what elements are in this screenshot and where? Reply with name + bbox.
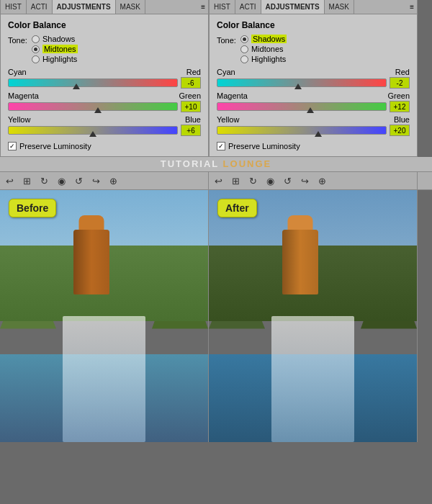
right-slider-yellow-blue: Yellow Blue +20: [217, 115, 410, 136]
left-slider-magenta-green-value: +10: [181, 101, 201, 112]
right-tool-undo[interactable]: ↩: [212, 174, 225, 187]
right-preserve-checkbox[interactable]: ✓: [217, 142, 225, 150]
right-tab-acti[interactable]: ACTI: [235, 0, 261, 14]
right-tab-adjustments[interactable]: ADJUSTMENTS: [261, 0, 325, 14]
right-radio-highlights[interactable]: Highlights: [240, 55, 287, 63]
left-panel-menu[interactable]: ≡: [198, 1, 208, 12]
right-cyan-label: Cyan: [217, 68, 235, 76]
right-tool-refresh[interactable]: ↺: [281, 174, 294, 187]
right-radio-midtones[interactable]: Midtones: [240, 45, 287, 53]
right-radio-highlights-btn[interactable]: [240, 55, 248, 63]
left-slider-magenta-green-track[interactable]: [8, 102, 178, 111]
left-radio-highlights-btn[interactable]: [32, 55, 40, 63]
left-tone-label: Tone:: [8, 35, 27, 45]
before-image-panel: Before: [0, 190, 209, 442]
right-slider-yellow-blue-labels: Yellow Blue: [217, 115, 410, 124]
left-tab-adjustments[interactable]: ADJUSTMENTS: [53, 0, 116, 14]
left-tone-options: Shadows Midtones Highlights: [32, 35, 78, 63]
right-radio-shadows[interactable]: Shadows: [240, 35, 287, 43]
right-slider-magenta-green-track-row: +12: [217, 101, 410, 112]
right-panel-menu[interactable]: ≡: [407, 1, 417, 12]
left-slider-magenta-green-thumb[interactable]: [94, 107, 102, 113]
right-slider-yellow-blue-thumb[interactable]: [315, 131, 322, 137]
left-slider-cyan-red-track[interactable]: [8, 78, 178, 87]
left-shadows-label: Shadows: [42, 35, 75, 43]
right-slider-cyan-red-track-row: -2: [217, 77, 410, 89]
left-radio-midtones-btn[interactable]: [32, 45, 40, 53]
images-row: Before After: [0, 190, 432, 504]
left-slider-magenta-green-track-row: +10: [8, 101, 201, 112]
left-yellow-label: Yellow: [8, 115, 30, 124]
left-tool-rotate[interactable]: ↻: [37, 174, 50, 187]
left-toolbar: ↩ ⊞ ↻ ◉ ↺ ↪ ⊕: [0, 172, 209, 189]
right-magenta-label: Magenta: [217, 91, 248, 100]
after-rock-shadow: [282, 230, 318, 294]
left-radio-shadows-btn[interactable]: [32, 35, 40, 43]
left-slider-cyan-red-value: -6: [181, 77, 201, 89]
right-toolbar: ↩ ⊞ ↻ ◉ ↺ ↪ ⊕: [209, 172, 418, 189]
right-tone-row: Tone: Shadows Midtones Highlights: [217, 35, 410, 63]
left-tab-hist[interactable]: HIST: [1, 0, 27, 14]
after-rock-formation: [279, 215, 322, 294]
right-radio-midtones-btn[interactable]: [240, 45, 248, 53]
left-slider-cyan-red-thumb[interactable]: [73, 84, 80, 89]
left-tool-grid[interactable]: ⊞: [20, 174, 33, 187]
right-tool-rotate[interactable]: ↻: [246, 174, 259, 187]
left-tool-undo[interactable]: ↩: [3, 174, 16, 187]
left-radio-shadows[interactable]: Shadows: [32, 35, 78, 43]
right-tab-mask[interactable]: MASK: [325, 0, 354, 14]
right-slider-yellow-blue-track[interactable]: [217, 126, 387, 135]
left-tool-eye[interactable]: ◉: [55, 174, 68, 187]
after-label: After: [217, 199, 257, 217]
right-slider-yellow-blue-value: +20: [390, 125, 410, 136]
left-slider-yellow-blue-thumb[interactable]: [89, 131, 96, 137]
right-tool-grid[interactable]: ⊞: [229, 174, 242, 187]
right-slider-magenta-green-track[interactable]: [217, 102, 387, 111]
right-tool-eye[interactable]: ◉: [264, 174, 276, 187]
after-image-panel: After: [209, 190, 418, 442]
left-magenta-label: Magenta: [8, 91, 39, 100]
right-midtones-label: Midtones: [251, 45, 284, 53]
left-tool-redo[interactable]: ↪: [89, 174, 102, 187]
left-slider-cyan-red-labels: Cyan Red: [8, 68, 201, 76]
left-slider-yellow-blue-labels: Yellow Blue: [8, 115, 201, 124]
left-highlights-label: Highlights: [42, 55, 77, 63]
before-waterfall: [63, 316, 146, 442]
left-cyan-label: Cyan: [8, 68, 27, 76]
right-slider-cyan-red-value: -2: [390, 77, 410, 89]
left-slider-yellow-blue-track[interactable]: [8, 126, 178, 135]
right-slider-cyan-red-thumb[interactable]: [294, 84, 302, 89]
after-image-bg: [209, 190, 417, 442]
before-label: Before: [9, 199, 56, 217]
left-tone-row: Tone: Shadows Midtones Highlights: [8, 35, 201, 63]
left-preserve-checkbox[interactable]: ✓: [8, 142, 17, 150]
right-slider-magenta-green-value: +12: [390, 101, 410, 112]
right-slider-magenta-green-labels: Magenta Green: [217, 91, 410, 100]
left-slider-cyan-red-track-row: -6: [8, 77, 201, 89]
right-panel: HIST ACTI ADJUSTMENTS MASK ≡ Color Balan…: [209, 0, 418, 157]
left-tool-refresh[interactable]: ↺: [72, 174, 85, 187]
right-blue-label: Blue: [394, 115, 410, 124]
right-preserve-label: Preserve Luminosity: [228, 142, 300, 150]
right-slider-cyan-red-track[interactable]: [217, 78, 387, 87]
right-radio-shadows-btn[interactable]: [240, 35, 248, 43]
left-tab-mask[interactable]: MASK: [116, 0, 145, 14]
left-tool-add[interactable]: ⊕: [107, 174, 120, 187]
left-slider-cyan-red: Cyan Red -6: [8, 68, 201, 89]
right-slider-magenta-green-thumb[interactable]: [307, 107, 314, 113]
right-highlights-label: Highlights: [251, 55, 286, 63]
before-rock-formation: [70, 215, 113, 294]
right-yellow-label: Yellow: [217, 115, 239, 124]
left-blue-label: Blue: [185, 115, 201, 124]
left-red-label: Red: [186, 68, 201, 76]
right-panel-content: Color Balance Tone: Shadows Midtones Hig…: [210, 14, 417, 156]
left-panel-tabs: HIST ACTI ADJUSTMENTS MASK ≡: [1, 0, 208, 14]
left-radio-highlights[interactable]: Highlights: [32, 55, 78, 63]
right-tool-add[interactable]: ⊕: [315, 174, 328, 187]
left-radio-midtones[interactable]: Midtones: [32, 45, 78, 53]
before-image-bg: [0, 190, 208, 442]
right-tab-hist[interactable]: HIST: [210, 0, 235, 14]
tutorial-watermark: TUTORIAL LOUNGE: [161, 158, 271, 169]
left-tab-acti[interactable]: ACTI: [27, 0, 53, 14]
right-tool-redo[interactable]: ↪: [298, 174, 311, 187]
